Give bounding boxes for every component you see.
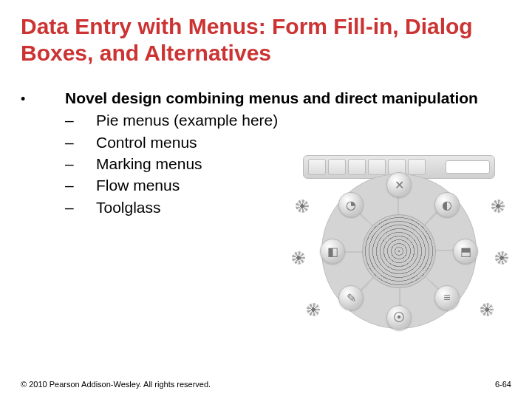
toolbar-field — [446, 160, 490, 174]
bullet-row: • Novel design combining menus and direc… — [21, 89, 511, 108]
sub-item: – Control menus — [65, 132, 511, 153]
dash-mark: – — [65, 174, 96, 196]
dash-mark: – — [65, 153, 96, 174]
pie-menu-figure: ✕ ◐ ⬒ ≡ ⦿ ✎ ◧ ◔ — [288, 155, 510, 325]
gesture-hint-icon — [495, 251, 508, 265]
sub-text: Toolglass — [96, 197, 161, 218]
toolbar-button — [408, 159, 426, 175]
slide-footer: © 2010 Pearson Addison-Wesley. All right… — [21, 380, 511, 389]
page-number: 6-64 — [495, 380, 511, 389]
gesture-hint-icon — [480, 303, 494, 316]
dash-mark: – — [65, 109, 96, 131]
dash-mark: – — [65, 197, 96, 218]
pie-segment-icon: ✕ — [386, 172, 412, 197]
toolbar-button — [368, 159, 386, 175]
pie-segment-icon: ✎ — [338, 285, 364, 310]
slide-title: Data Entry with Menus: Form Fill-in, Dia… — [0, 0, 532, 66]
pie-segment-icon: ⦿ — [386, 305, 412, 330]
sub-item: – Pie menus (example here) — [65, 109, 511, 131]
sub-text: Marking menus — [96, 153, 202, 174]
sub-text: Flow menus — [96, 174, 180, 196]
pie-menu: ✕ ◐ ⬒ ≡ ⦿ ✎ ◧ ◔ — [321, 174, 477, 329]
toolbar-button — [308, 159, 326, 175]
pie-segment-icon: ≡ — [434, 285, 460, 310]
bullet-text: Novel design combining menus and direct … — [65, 89, 478, 108]
gesture-hint-icon — [307, 303, 320, 316]
pie-segment-icon: ◐ — [434, 192, 460, 217]
gesture-hint-icon — [296, 200, 309, 213]
dash-mark: – — [65, 132, 96, 153]
toolbar-button — [348, 159, 366, 175]
toolbar-button — [328, 159, 346, 175]
sub-text: Control menus — [96, 132, 197, 153]
pie-segment-icon: ◔ — [338, 192, 364, 217]
gesture-hint-icon — [491, 200, 505, 213]
pie-center — [362, 214, 436, 288]
gesture-hint-icon — [292, 251, 305, 265]
sub-text: Pie menus (example here) — [96, 109, 278, 131]
pie-segment-icon: ◧ — [320, 239, 345, 264]
copyright-text: © 2010 Pearson Addison-Wesley. All right… — [21, 380, 211, 389]
pie-segment-icon: ⬒ — [453, 239, 478, 264]
bullet-mark: • — [21, 89, 65, 107]
